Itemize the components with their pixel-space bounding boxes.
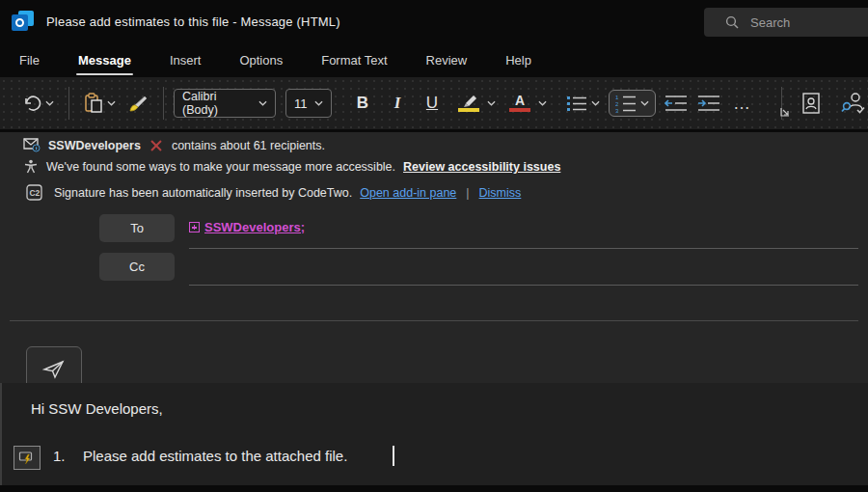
open-addin-pane-link[interactable]: Open add-in pane bbox=[360, 186, 456, 200]
font-color-icon: A bbox=[505, 87, 534, 120]
paste-icon bbox=[84, 93, 103, 114]
tab-review[interactable]: Review bbox=[424, 47, 470, 73]
list-item-text: Please add estimates to the attached fil… bbox=[83, 448, 347, 464]
chevron-down-icon bbox=[487, 100, 496, 106]
check-names-button[interactable] bbox=[836, 87, 868, 120]
tab-insert[interactable]: Insert bbox=[168, 47, 203, 73]
chevron-down-icon bbox=[538, 100, 547, 106]
codetwo-icon: C2 bbox=[26, 184, 42, 201]
svg-text:3: 3 bbox=[615, 108, 619, 114]
link-separator: | bbox=[466, 186, 469, 200]
highlight-color-button[interactable] bbox=[449, 87, 501, 120]
tab-file[interactable]: File bbox=[17, 47, 41, 73]
undo-button[interactable] bbox=[17, 87, 59, 120]
chevron-down-icon bbox=[314, 100, 323, 106]
ribbon-toolbar: Calibri (Body) 11 B I U bbox=[0, 77, 868, 129]
font-name-select[interactable]: Calibri (Body) bbox=[174, 89, 276, 118]
chevron-down-icon bbox=[640, 100, 649, 106]
infobar-signature: C2 Signature has been automatically inse… bbox=[26, 184, 521, 201]
font-size-select[interactable]: 11 bbox=[285, 89, 332, 118]
font-name-value: Calibri (Body) bbox=[182, 90, 255, 117]
dismiss-link[interactable]: Dismiss bbox=[479, 186, 522, 200]
svg-text:C2: C2 bbox=[29, 188, 40, 198]
decrease-indent-icon bbox=[665, 95, 688, 112]
envelope-info-icon bbox=[23, 138, 41, 152]
body-greeting: Hi SSW Developers, bbox=[31, 400, 163, 417]
undo-icon bbox=[22, 95, 41, 112]
chevron-down-icon bbox=[591, 100, 600, 106]
recipient-chip[interactable]: SSWDevelopers; bbox=[204, 220, 305, 234]
message-header: SSWDevelopers contains about 61 recipien… bbox=[0, 132, 868, 383]
italic-icon: I bbox=[385, 94, 410, 113]
tab-options[interactable]: Options bbox=[237, 47, 285, 73]
list-item-number: 1. bbox=[53, 448, 66, 464]
tab-help[interactable]: Help bbox=[503, 47, 533, 73]
recipients-warning-text: contains about 61 recipients. bbox=[172, 139, 325, 152]
font-size-value: 11 bbox=[294, 96, 308, 111]
review-accessibility-link[interactable]: Review accessibility issues bbox=[403, 160, 560, 174]
accessibility-icon bbox=[23, 159, 39, 175]
bold-icon: B bbox=[350, 94, 375, 113]
cc-field-underline bbox=[189, 285, 858, 286]
search-placeholder: Search bbox=[750, 15, 790, 30]
format-painter-icon bbox=[125, 94, 149, 113]
autocorrect-options-button[interactable] bbox=[14, 446, 41, 470]
bullets-button[interactable] bbox=[561, 87, 605, 120]
check-names-icon bbox=[841, 92, 866, 115]
expand-group-icon[interactable] bbox=[189, 222, 200, 232]
highlight-icon bbox=[454, 87, 483, 120]
infobar-accessibility: We've found some ways to make your messa… bbox=[23, 159, 560, 175]
chevron-down-icon bbox=[258, 100, 267, 106]
increase-indent-icon bbox=[697, 95, 720, 112]
chevron-down-icon bbox=[107, 100, 116, 106]
send-icon bbox=[42, 360, 66, 379]
to-button[interactable]: To bbox=[99, 214, 175, 242]
numbering-button-selected[interactable]: 1 2 3 bbox=[609, 90, 656, 117]
search-icon bbox=[725, 15, 739, 29]
title-bar: Please add estimates to this file - Mess… bbox=[0, 0, 868, 43]
to-field-underline bbox=[189, 248, 858, 249]
signature-text: Signature has been automatically inserte… bbox=[54, 186, 352, 200]
bullets-icon bbox=[566, 95, 587, 112]
text-cursor bbox=[393, 446, 394, 466]
address-book-button[interactable] bbox=[796, 87, 827, 120]
ribbon-separator bbox=[163, 87, 164, 120]
more-options-button[interactable]: … bbox=[725, 94, 760, 114]
italic-button[interactable]: I bbox=[380, 87, 415, 120]
window-bottom-edge bbox=[0, 485, 868, 492]
window-title: Please add estimates to this file - Mess… bbox=[46, 14, 340, 29]
svg-text:2: 2 bbox=[615, 101, 619, 107]
format-painter-button[interactable] bbox=[121, 87, 153, 120]
outlook-app-icon bbox=[12, 11, 35, 34]
tab-message[interactable]: Message bbox=[76, 47, 133, 73]
paste-button[interactable] bbox=[79, 87, 121, 120]
svg-text:1: 1 bbox=[615, 95, 619, 100]
font-color-button[interactable]: A bbox=[501, 87, 552, 120]
search-input[interactable]: Search bbox=[704, 8, 868, 37]
ribbon-separator bbox=[68, 87, 69, 120]
message-body-editor[interactable]: Hi SSW Developers, 1. Please add estimat… bbox=[0, 383, 868, 485]
outlook-message-window: Please add estimates to this file - Mess… bbox=[0, 0, 868, 492]
bold-button[interactable]: B bbox=[345, 87, 380, 120]
underline-button[interactable]: U bbox=[415, 87, 449, 120]
to-field[interactable]: SSWDevelopers; bbox=[189, 220, 305, 234]
underline-icon: U bbox=[420, 94, 445, 113]
cc-button[interactable]: Cc bbox=[99, 253, 175, 281]
tab-format-text[interactable]: Format Text bbox=[319, 47, 389, 73]
subject-underline bbox=[10, 320, 858, 321]
dialog-launcher-icon[interactable] bbox=[779, 106, 791, 118]
ribbon-tabs: File Message Insert Options Format Text … bbox=[0, 43, 868, 77]
autocorrect-lightning-icon bbox=[18, 451, 36, 466]
increase-indent-button[interactable] bbox=[692, 87, 725, 120]
numbered-list-item: 1. Please add estimates to the attached … bbox=[2, 444, 868, 473]
numbering-icon: 1 2 3 bbox=[615, 94, 637, 113]
accessibility-text: We've found some ways to make your messa… bbox=[46, 160, 395, 174]
address-book-icon bbox=[800, 92, 822, 115]
remove-recipient-icon[interactable] bbox=[150, 140, 162, 151]
recipient-group-name: SSWDevelopers bbox=[48, 139, 141, 152]
infobar-recipients: SSWDevelopers contains about 61 recipien… bbox=[23, 138, 325, 152]
decrease-indent-button[interactable] bbox=[660, 87, 692, 120]
chevron-down-icon bbox=[45, 100, 54, 106]
